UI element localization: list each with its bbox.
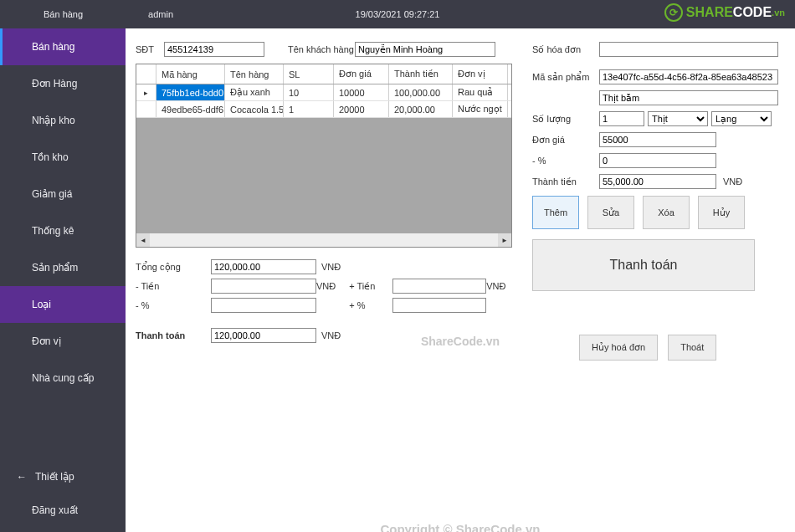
scroll-left-icon[interactable]: ◄ bbox=[136, 233, 150, 247]
dg-input[interactable] bbox=[599, 132, 716, 147]
watermark-copyright: Copyright © ShareCode.vn bbox=[380, 522, 540, 532]
thanhtoan-input[interactable] bbox=[211, 328, 316, 343]
col-dg[interactable]: Đơn giá bbox=[334, 64, 389, 84]
col-sl[interactable]: SL bbox=[284, 64, 334, 84]
datetime: 19/03/2021 09:27:21 bbox=[356, 9, 440, 19]
sidebar-item-3[interactable]: Tồn kho bbox=[0, 139, 126, 176]
tc-unit: VNĐ bbox=[321, 262, 341, 272]
col-ten[interactable]: Tên hàng bbox=[225, 64, 284, 84]
delete-button[interactable]: Xóa bbox=[643, 196, 690, 229]
breadcrumb: Bán hàng bbox=[44, 9, 83, 19]
plus-pct-label: + % bbox=[349, 300, 392, 310]
minus-money-label: - Tiền bbox=[136, 281, 211, 292]
sidebar-settings[interactable]: ← Thiết lập bbox=[0, 460, 126, 494]
sidebar-item-5[interactable]: Thống kê bbox=[0, 212, 126, 249]
row-selector[interactable]: ▸ bbox=[136, 84, 156, 100]
sidebar-item-7[interactable]: Loại bbox=[0, 286, 126, 323]
pct-label: - % bbox=[532, 156, 599, 166]
row-selector-header bbox=[136, 64, 156, 84]
unit2-select[interactable]: Lạng bbox=[711, 111, 772, 126]
so-hd-input[interactable] bbox=[599, 42, 778, 57]
unit1-select[interactable]: Thịt bbox=[648, 111, 708, 126]
brand-logo: ⟳ SHARECODE.vn bbox=[664, 3, 785, 22]
sdt-label: SĐT bbox=[136, 44, 164, 54]
edit-button[interactable]: Sửa bbox=[587, 196, 634, 229]
sidebar-item-2[interactable]: Nhập kho bbox=[0, 102, 126, 139]
ma-sp-input[interactable] bbox=[599, 69, 778, 84]
scroll-right-icon[interactable]: ► bbox=[498, 233, 511, 247]
ten-kh-label: Tên khách hàng bbox=[288, 44, 355, 54]
order-grid[interactable]: Mã hàng Tên hàng SL Đơn giá Thành tiền Đ… bbox=[136, 64, 512, 248]
so-hd-label: Số hóa đơn bbox=[532, 44, 599, 55]
ten-sp-input[interactable] bbox=[599, 90, 778, 105]
plus-money-input[interactable] bbox=[392, 279, 486, 294]
plus-pct-input[interactable] bbox=[392, 298, 486, 313]
content: SĐT Tên khách hàng Mã hàng Tên hàng SL Đ… bbox=[126, 28, 795, 532]
grid-hscroll[interactable]: ◄ ► bbox=[136, 233, 511, 247]
sidebar-item-4[interactable]: Giảm giá bbox=[0, 176, 126, 212]
sidebar-logout[interactable]: Đăng xuất bbox=[0, 494, 126, 527]
col-ma[interactable]: Mã hàng bbox=[156, 64, 225, 84]
col-tt[interactable]: Thành tiền bbox=[389, 64, 453, 84]
thanhtoan-label: Thanh toán bbox=[136, 330, 211, 340]
pay-button[interactable]: Thanh toán bbox=[532, 239, 755, 291]
tongcong-label: Tổng cộng bbox=[136, 262, 211, 273]
sidebar-item-0[interactable]: Bán hàng bbox=[0, 28, 126, 65]
arrow-left-icon: ← bbox=[17, 471, 27, 483]
minus-money-input[interactable] bbox=[211, 279, 316, 294]
minus-pct-label: - % bbox=[136, 300, 211, 310]
recycle-icon: ⟳ bbox=[664, 3, 683, 22]
sdt-input[interactable] bbox=[164, 42, 264, 57]
ten-kh-input[interactable] bbox=[355, 42, 495, 57]
sidebar-item-9[interactable]: Nhà cung cấp bbox=[0, 360, 126, 396]
row-selector[interactable] bbox=[136, 101, 156, 117]
sl-input[interactable] bbox=[599, 111, 644, 126]
topbar: Bán hàng admin 19/03/2021 09:27:21 ⟳ SHA… bbox=[0, 0, 795, 28]
cancel-invoice-button[interactable]: Hủy hoá đơn bbox=[579, 335, 658, 361]
cancel-button[interactable]: Hủy bbox=[698, 196, 745, 229]
dg-label: Đơn giá bbox=[532, 135, 599, 146]
exit-button[interactable]: Thoát bbox=[668, 335, 716, 361]
sidebar: Bán hàngĐơn HàngNhập khoTồn khoGiảm giáT… bbox=[0, 28, 126, 532]
col-dv[interactable]: Đơn vị bbox=[453, 64, 508, 84]
minus-pct-input[interactable] bbox=[211, 298, 316, 313]
tt-unit: VNĐ bbox=[723, 176, 742, 187]
ma-sp-label: Mã sản phẩm bbox=[532, 72, 599, 83]
sidebar-item-8[interactable]: Đơn vị bbox=[0, 323, 126, 360]
tt-label: Thành tiền bbox=[532, 176, 599, 187]
table-row[interactable]: ▸75fbb1ed-bdd0...Đậu xanh1010000100,000.… bbox=[136, 84, 511, 101]
add-button[interactable]: Thêm bbox=[532, 196, 579, 229]
sidebar-item-1[interactable]: Đơn Hàng bbox=[0, 65, 126, 102]
pct-input[interactable] bbox=[599, 153, 716, 168]
user-label: admin bbox=[148, 9, 173, 19]
sl-label: Số lượng bbox=[532, 114, 599, 125]
tongcong-input[interactable] bbox=[211, 259, 316, 274]
tt-input[interactable] bbox=[599, 174, 716, 189]
sidebar-item-6[interactable]: Sản phẩm bbox=[0, 249, 126, 286]
plus-money-label: + Tiền bbox=[349, 281, 392, 292]
table-row[interactable]: 49edbe65-ddf6...Cocacola 1.5l12000020,00… bbox=[136, 101, 511, 118]
